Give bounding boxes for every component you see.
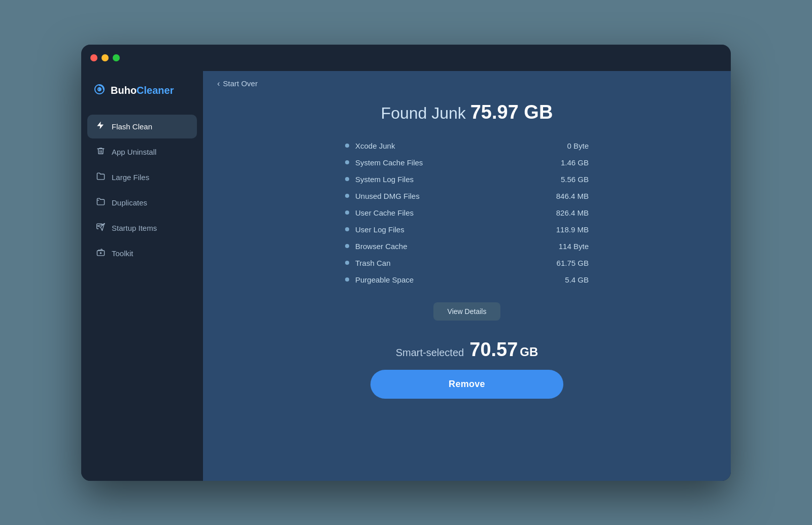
sidebar-label-flash-clean: Flash Clean <box>112 122 152 131</box>
junk-item-name: System Cache Files <box>355 158 423 167</box>
minimize-button[interactable] <box>101 54 109 61</box>
junk-item-name: User Log Files <box>355 225 404 234</box>
close-button[interactable] <box>90 54 97 61</box>
junk-item-size: 114 Byte <box>559 242 589 251</box>
sidebar-label-duplicates: Duplicates <box>112 198 147 207</box>
junk-item-size: 1.46 GB <box>561 158 589 167</box>
junk-row: Trash Can61.75 GB <box>345 255 589 271</box>
traffic-lights <box>90 54 120 61</box>
sidebar-item-toolkit[interactable]: Toolkit <box>87 242 197 265</box>
junk-dot <box>345 227 349 231</box>
junk-row: System Cache Files1.46 GB <box>345 154 589 171</box>
junk-row: User Log Files118.9 MB <box>345 221 589 238</box>
junk-dot <box>345 144 349 148</box>
smart-selected-section: Smart-selected 70.57GB <box>396 339 538 361</box>
sidebar-label-large-files: Large Files <box>112 173 149 182</box>
junk-dot <box>345 261 349 265</box>
view-details-button[interactable]: View Details <box>433 302 501 321</box>
junk-item-size: 846.4 MB <box>556 192 589 200</box>
top-nav: ‹ Start Over <box>203 71 731 96</box>
large-files-icon <box>95 172 106 183</box>
junk-item-size: 118.9 MB <box>556 225 589 234</box>
sidebar-label-toolkit: Toolkit <box>112 249 133 258</box>
chevron-left-icon: ‹ <box>217 79 220 88</box>
sidebar-item-app-uninstall[interactable]: App Uninstall <box>87 141 197 164</box>
found-junk-title: Found Junk 75.97 GB <box>381 101 553 123</box>
junk-item-name: Unused DMG Files <box>355 192 420 200</box>
start-over-button[interactable]: ‹ Start Over <box>217 79 258 88</box>
sidebar-item-duplicates[interactable]: Duplicates <box>87 191 197 215</box>
junk-item-name: Browser Cache <box>355 242 408 251</box>
flash-icon <box>95 121 106 132</box>
junk-item-name: Trash Can <box>355 259 390 267</box>
sidebar-item-flash-clean[interactable]: Flash Clean <box>87 115 197 138</box>
sidebar-item-large-files[interactable]: Large Files <box>87 166 197 189</box>
junk-item-size: 826.4 MB <box>556 208 589 217</box>
trash-icon <box>95 147 106 158</box>
startup-icon <box>95 223 106 234</box>
junk-dot <box>345 177 349 181</box>
duplicates-icon <box>95 197 106 208</box>
junk-row: Purgeable Space5.4 GB <box>345 271 589 288</box>
junk-item-size: 61.75 GB <box>557 259 589 267</box>
smart-selected-unit: GB <box>520 345 538 359</box>
smart-selected-size: 70.57 <box>469 339 518 360</box>
junk-item-name: User Cache Files <box>355 208 414 217</box>
content-area: ‹ Start Over Found Junk 75.97 GB Xcode J… <box>203 71 731 481</box>
sidebar-item-startup-items[interactable]: Startup Items <box>87 217 197 240</box>
toolkit-icon <box>95 248 106 259</box>
nav-items: Flash Clean App Uninstall <box>81 115 203 265</box>
junk-row: Browser Cache114 Byte <box>345 238 589 255</box>
junk-row: User Cache Files826.4 MB <box>345 204 589 221</box>
junk-dot <box>345 194 349 198</box>
sidebar: BuhoCleaner Flash Clean <box>81 71 203 481</box>
sidebar-label-startup-items: Startup Items <box>112 224 157 232</box>
junk-item-size: 0 Byte <box>567 142 589 150</box>
junk-row: System Log Files5.56 GB <box>345 171 589 188</box>
logo-icon <box>93 83 106 98</box>
junk-row: Unused DMG Files846.4 MB <box>345 188 589 204</box>
logo-area: BuhoCleaner <box>81 83 203 115</box>
junk-dot <box>345 277 349 282</box>
junk-dot <box>345 211 349 215</box>
junk-dot <box>345 244 349 248</box>
app-window: BuhoCleaner Flash Clean <box>81 45 731 481</box>
main-content: BuhoCleaner Flash Clean <box>81 71 731 481</box>
found-junk-size: 75.97 GB <box>470 101 553 123</box>
title-bar <box>81 45 731 71</box>
junk-item-size: 5.56 GB <box>561 175 589 184</box>
junk-row: Xcode Junk0 Byte <box>345 137 589 154</box>
remove-button[interactable]: Remove <box>370 370 563 399</box>
sidebar-label-app-uninstall: App Uninstall <box>112 148 156 156</box>
junk-item-name: Xcode Junk <box>355 142 395 150</box>
start-over-label: Start Over <box>223 79 257 88</box>
junk-list: Xcode Junk0 ByteSystem Cache Files1.46 G… <box>345 137 589 288</box>
app-title: BuhoCleaner <box>111 85 174 96</box>
scan-results: Found Junk 75.97 GB Xcode Junk0 ByteSyst… <box>203 96 731 481</box>
junk-item-size: 5.4 GB <box>565 275 589 284</box>
junk-dot <box>345 160 349 164</box>
junk-item-name: Purgeable Space <box>355 275 414 284</box>
maximize-button[interactable] <box>113 54 120 61</box>
junk-item-name: System Log Files <box>355 175 414 184</box>
